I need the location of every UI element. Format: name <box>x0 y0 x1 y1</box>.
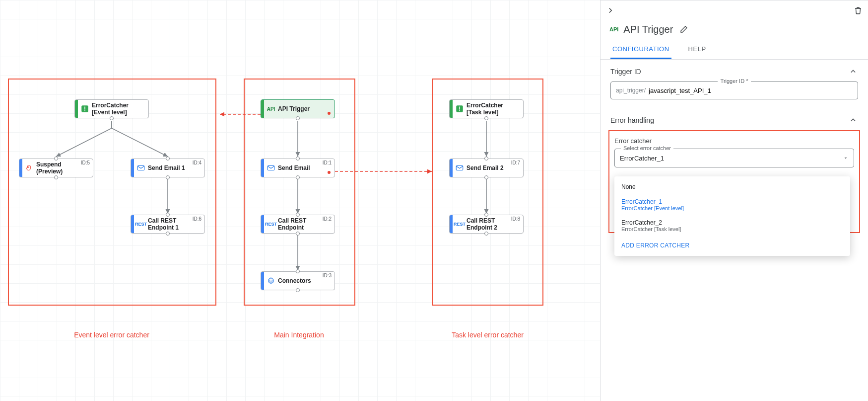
node-id: ID:5 <box>81 160 90 165</box>
node-label: API Trigger <box>278 105 334 112</box>
node-id: ID:2 <box>323 216 332 222</box>
error-indicator-icon <box>328 171 331 174</box>
node-rest-2[interactable]: REST Call REST Endpoint 2 ID:8 <box>449 215 524 234</box>
node-errorcatcher-task[interactable]: ErrorCatcher [Task level] <box>449 99 524 118</box>
trigger-id-input[interactable] <box>648 86 853 95</box>
error-indicator-icon <box>328 112 331 115</box>
node-label: Connectors <box>278 277 334 284</box>
error-catcher-box: Error catcher Select error catcher Error… <box>608 130 860 233</box>
delete-button[interactable] <box>852 4 864 16</box>
node-id: ID:3 <box>323 273 332 278</box>
add-error-catcher-button[interactable]: ADD ERROR CATCHER <box>614 236 850 253</box>
error-catcher-label: Error catcher <box>614 137 854 145</box>
properties-panel: API API Trigger CONFIGURATION HELP Trigg… <box>600 0 868 401</box>
svg-rect-8 <box>459 110 460 111</box>
field-label: Trigger ID * <box>718 78 751 84</box>
node-id: ID:6 <box>193 216 201 222</box>
svg-rect-2 <box>84 110 85 111</box>
node-rest-1[interactable]: REST Call REST Endpoint 1 ID:6 <box>131 215 205 234</box>
svg-rect-4 <box>267 166 274 170</box>
node-id: ID:7 <box>511 160 520 165</box>
node-send-email-2[interactable]: Send Email 2 ID:7 <box>449 159 524 177</box>
svg-point-5 <box>268 278 274 284</box>
integration-canvas[interactable]: Event level error catcher Main Integrati… <box>0 0 600 401</box>
panel-title: API Trigger <box>623 24 673 35</box>
node-id: ID:8 <box>511 216 520 222</box>
option-errorcatcher-2[interactable]: ErrorCatcher_2 ErrorCatcher [Task level] <box>614 215 850 236</box>
node-errorcatcher-event[interactable]: ErrorCatcher [Event level] <box>74 99 149 118</box>
chevron-down-icon <box>843 155 849 161</box>
node-label: Send Email 2 <box>467 164 523 171</box>
svg-rect-1 <box>84 107 85 110</box>
node-id: ID:1 <box>323 160 332 165</box>
svg-rect-9 <box>456 166 463 170</box>
api-icon: API <box>609 26 618 32</box>
node-label: ErrorCatcher [Event level] <box>92 102 148 116</box>
option-none[interactable]: None <box>614 179 850 194</box>
error-catcher-select[interactable]: Select error catcher ErrorCatcher_1 <box>614 149 854 167</box>
node-api-trigger[interactable]: API API Trigger <box>261 99 335 118</box>
node-send-email-1[interactable]: Send Email 1 ID:4 <box>131 159 205 177</box>
trigger-id-field[interactable]: Trigger ID * api_trigger/ <box>610 81 858 99</box>
node-label: Send Email <box>278 164 334 171</box>
node-id: ID:4 <box>193 160 201 165</box>
node-send-email[interactable]: Send Email ID:1 <box>261 159 335 177</box>
tab-configuration[interactable]: CONFIGURATION <box>610 40 671 59</box>
node-suspend[interactable]: Suspend (Preview) ID:5 <box>19 159 93 177</box>
svg-rect-7 <box>459 107 460 110</box>
node-label: ErrorCatcher [Task level] <box>467 102 523 116</box>
collapse-panel-button[interactable] <box>604 4 616 16</box>
error-catcher-dropdown: None ErrorCatcher_1 ErrorCatcher [Event … <box>614 176 850 256</box>
select-label: Select error catcher <box>621 145 673 151</box>
select-value: ErrorCatcher_1 <box>620 155 664 162</box>
node-label: Send Email 1 <box>148 164 204 171</box>
node-rest[interactable]: REST Call REST Endpoint ID:2 <box>261 215 335 234</box>
edit-title-button[interactable] <box>678 23 690 35</box>
option-errorcatcher-1[interactable]: ErrorCatcher_1 ErrorCatcher [Event level… <box>614 194 850 215</box>
region-label-main: Main Integration <box>243 331 355 339</box>
section-title: Error handling <box>610 116 654 124</box>
region-label-event: Event level error catcher <box>45 331 179 339</box>
region-label-task: Task level error catcher <box>432 331 543 339</box>
field-prefix: api_trigger/ <box>616 87 646 94</box>
section-title: Trigger ID <box>610 68 641 76</box>
svg-rect-3 <box>137 166 144 170</box>
section-error-handling-header[interactable]: Error handling <box>601 108 868 130</box>
node-connectors[interactable]: Connectors ID:3 <box>261 271 335 290</box>
tab-help[interactable]: HELP <box>686 40 708 59</box>
